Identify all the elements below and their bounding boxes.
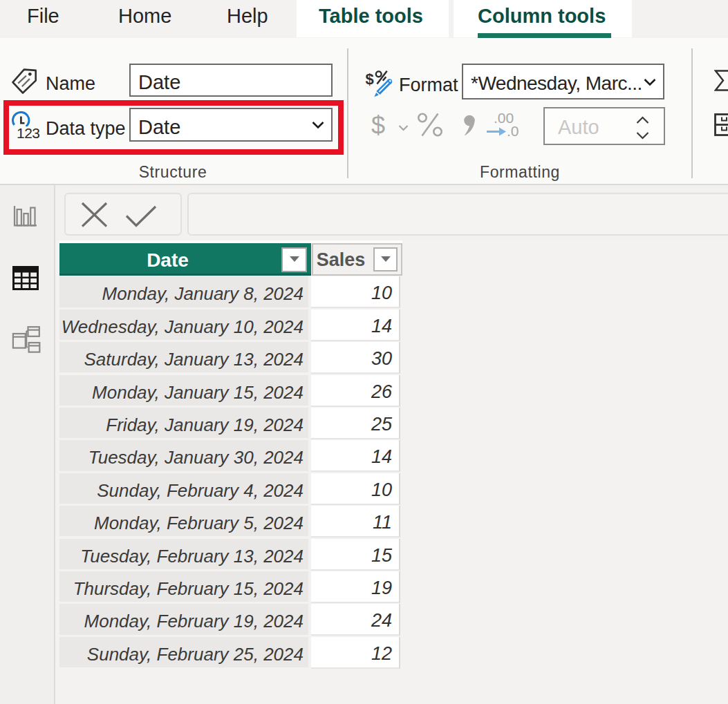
svg-text:$: $ [366,70,374,88]
svg-text:.0: .0 [507,125,519,137]
